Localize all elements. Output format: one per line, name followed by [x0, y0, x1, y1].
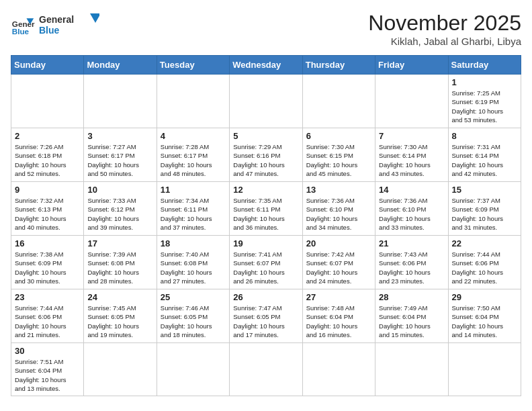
day-number: 28 — [379, 292, 444, 302]
day-info: Sunrise: 7:47 AM Sunset: 6:05 PM Dayligh… — [233, 304, 298, 339]
day-number: 14 — [379, 185, 444, 195]
title-block: November 2025 Kiklah, Jabal al Gharbi, L… — [368, 11, 521, 47]
svg-text:General: General — [39, 14, 74, 25]
svg-marker-5 — [90, 13, 99, 23]
day-number: 3 — [87, 131, 152, 141]
calendar-cell: 30Sunrise: 7:51 AM Sunset: 6:04 PM Dayli… — [11, 343, 84, 396]
day-number: 20 — [306, 238, 371, 248]
calendar-week-1: 1Sunrise: 7:25 AM Sunset: 6:19 PM Daylig… — [11, 75, 521, 128]
calendar-cell: 29Sunrise: 7:50 AM Sunset: 6:04 PM Dayli… — [448, 289, 521, 343]
day-number: 8 — [452, 131, 517, 141]
calendar-cell: 19Sunrise: 7:41 AM Sunset: 6:07 PM Dayli… — [230, 236, 302, 289]
calendar-cell: 10Sunrise: 7:33 AM Sunset: 6:12 PM Dayli… — [84, 182, 157, 236]
calendar-cell: 21Sunrise: 7:43 AM Sunset: 6:06 PM Dayli… — [375, 236, 448, 289]
day-number: 23 — [15, 292, 80, 302]
calendar-cell — [230, 343, 302, 396]
svg-text:Blue: Blue — [39, 25, 60, 36]
day-number: 30 — [15, 346, 80, 356]
day-info: Sunrise: 7:50 AM Sunset: 6:04 PM Dayligh… — [452, 304, 517, 339]
day-info: Sunrise: 7:41 AM Sunset: 6:07 PM Dayligh… — [233, 250, 298, 285]
day-number: 6 — [306, 131, 371, 141]
svg-text:Blue: Blue — [12, 27, 30, 36]
day-info: Sunrise: 7:28 AM Sunset: 6:17 PM Dayligh… — [161, 142, 226, 178]
calendar-cell: 27Sunrise: 7:48 AM Sunset: 6:04 PM Dayli… — [302, 289, 375, 343]
calendar-cell: 15Sunrise: 7:37 AM Sunset: 6:09 PM Dayli… — [448, 182, 521, 236]
weekday-header-saturday: Saturday — [448, 56, 521, 75]
calendar-cell: 14Sunrise: 7:36 AM Sunset: 6:10 PM Dayli… — [375, 182, 448, 236]
calendar-week-2: 2Sunrise: 7:26 AM Sunset: 6:18 PM Daylig… — [11, 128, 521, 182]
day-info: Sunrise: 7:35 AM Sunset: 6:11 PM Dayligh… — [233, 196, 298, 232]
calendar-cell: 22Sunrise: 7:44 AM Sunset: 6:06 PM Dayli… — [448, 236, 521, 289]
calendar-cell: 4Sunrise: 7:28 AM Sunset: 6:17 PM Daylig… — [157, 128, 229, 182]
weekday-header-sunday: Sunday — [11, 56, 84, 75]
day-info: Sunrise: 7:51 AM Sunset: 6:04 PM Dayligh… — [15, 357, 80, 393]
day-info: Sunrise: 7:44 AM Sunset: 6:06 PM Dayligh… — [15, 304, 80, 339]
day-info: Sunrise: 7:37 AM Sunset: 6:09 PM Dayligh… — [452, 196, 517, 232]
calendar-cell — [84, 75, 157, 128]
day-info: Sunrise: 7:34 AM Sunset: 6:11 PM Dayligh… — [161, 196, 226, 232]
logo-svg: General Blue — [39, 11, 99, 38]
day-info: Sunrise: 7:30 AM Sunset: 6:14 PM Dayligh… — [379, 142, 444, 178]
day-number: 26 — [233, 292, 298, 302]
day-info: Sunrise: 7:31 AM Sunset: 6:14 PM Dayligh… — [452, 142, 517, 178]
day-number: 27 — [306, 292, 371, 302]
day-number: 29 — [452, 292, 517, 302]
location-title: Kiklah, Jabal al Gharbi, Libya — [368, 36, 521, 47]
day-info: Sunrise: 7:25 AM Sunset: 6:19 PM Dayligh… — [452, 89, 517, 124]
weekday-header-wednesday: Wednesday — [230, 56, 302, 75]
weekday-header-tuesday: Tuesday — [157, 56, 229, 75]
day-number: 21 — [379, 238, 444, 248]
calendar-cell: 13Sunrise: 7:36 AM Sunset: 6:10 PM Dayli… — [302, 182, 375, 236]
calendar-cell — [157, 75, 229, 128]
calendar-cell: 9Sunrise: 7:32 AM Sunset: 6:13 PM Daylig… — [11, 182, 84, 236]
calendar-cell — [157, 343, 229, 396]
day-number: 24 — [87, 292, 152, 302]
day-info: Sunrise: 7:48 AM Sunset: 6:04 PM Dayligh… — [306, 304, 371, 339]
calendar-cell: 6Sunrise: 7:30 AM Sunset: 6:15 PM Daylig… — [302, 128, 375, 182]
day-info: Sunrise: 7:39 AM Sunset: 6:08 PM Dayligh… — [87, 250, 152, 285]
day-info: Sunrise: 7:46 AM Sunset: 6:05 PM Dayligh… — [161, 304, 226, 339]
weekday-header-monday: Monday — [84, 56, 157, 75]
calendar-cell — [84, 343, 157, 396]
calendar-cell: 28Sunrise: 7:49 AM Sunset: 6:04 PM Dayli… — [375, 289, 448, 343]
calendar-week-3: 9Sunrise: 7:32 AM Sunset: 6:13 PM Daylig… — [11, 182, 521, 236]
calendar-cell — [230, 75, 302, 128]
day-number: 19 — [233, 238, 298, 248]
day-info: Sunrise: 7:43 AM Sunset: 6:06 PM Dayligh… — [379, 250, 444, 285]
day-number: 7 — [379, 131, 444, 141]
day-number: 13 — [306, 185, 371, 195]
day-info: Sunrise: 7:30 AM Sunset: 6:15 PM Dayligh… — [306, 142, 371, 178]
day-number: 11 — [161, 185, 226, 195]
calendar-cell: 23Sunrise: 7:44 AM Sunset: 6:06 PM Dayli… — [11, 289, 84, 343]
day-info: Sunrise: 7:26 AM Sunset: 6:18 PM Dayligh… — [15, 142, 80, 178]
calendar-cell — [375, 343, 448, 396]
day-info: Sunrise: 7:49 AM Sunset: 6:04 PM Dayligh… — [379, 304, 444, 339]
calendar-week-5: 23Sunrise: 7:44 AM Sunset: 6:06 PM Dayli… — [11, 289, 521, 343]
day-number: 12 — [233, 185, 298, 195]
day-number: 2 — [15, 131, 80, 141]
day-info: Sunrise: 7:32 AM Sunset: 6:13 PM Dayligh… — [15, 196, 80, 232]
day-number: 16 — [15, 238, 80, 248]
day-number: 15 — [452, 185, 517, 195]
day-number: 9 — [15, 185, 80, 195]
calendar-week-6: 30Sunrise: 7:51 AM Sunset: 6:04 PM Dayli… — [11, 343, 521, 396]
calendar-cell: 26Sunrise: 7:47 AM Sunset: 6:05 PM Dayli… — [230, 289, 302, 343]
day-info: Sunrise: 7:44 AM Sunset: 6:06 PM Dayligh… — [452, 250, 517, 285]
day-number: 5 — [233, 131, 298, 141]
day-info: Sunrise: 7:33 AM Sunset: 6:12 PM Dayligh… — [87, 196, 152, 232]
calendar-body: 1Sunrise: 7:25 AM Sunset: 6:19 PM Daylig… — [11, 75, 521, 396]
day-number: 18 — [161, 238, 226, 248]
logo-icon: General Blue — [11, 13, 35, 38]
calendar-cell: 12Sunrise: 7:35 AM Sunset: 6:11 PM Dayli… — [230, 182, 302, 236]
day-info: Sunrise: 7:38 AM Sunset: 6:09 PM Dayligh… — [15, 250, 80, 285]
calendar-cell — [375, 75, 448, 128]
calendar-cell: 17Sunrise: 7:39 AM Sunset: 6:08 PM Dayli… — [84, 236, 157, 289]
calendar-cell: 25Sunrise: 7:46 AM Sunset: 6:05 PM Dayli… — [157, 289, 229, 343]
day-info: Sunrise: 7:36 AM Sunset: 6:10 PM Dayligh… — [306, 196, 371, 232]
day-info: Sunrise: 7:40 AM Sunset: 6:08 PM Dayligh… — [161, 250, 226, 285]
weekday-header-row: SundayMondayTuesdayWednesdayThursdayFrid… — [11, 56, 521, 75]
weekday-header-thursday: Thursday — [302, 56, 375, 75]
calendar-cell — [302, 75, 375, 128]
day-number: 25 — [161, 292, 226, 302]
day-number: 22 — [452, 238, 517, 248]
